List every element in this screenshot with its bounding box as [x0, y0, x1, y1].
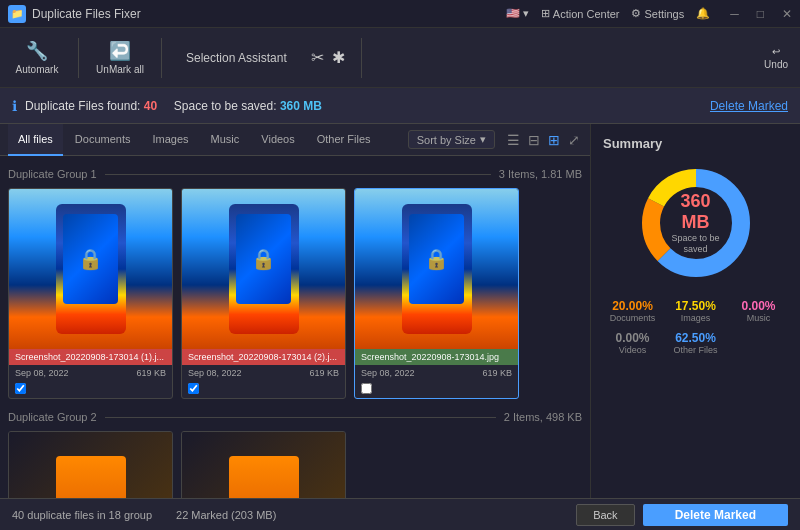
group-1-item-3[interactable]: 🔒 Screenshot_20220908-173014.jpg Sep 08,…: [354, 188, 519, 399]
right-panel: Summary 360 MB Space to besaved: [590, 124, 800, 498]
toolbar: 🔧 Automark ↩️ UnMark all Selection Assis…: [0, 28, 800, 88]
lock-icon-3: 🔒: [424, 247, 449, 271]
stat-music: 0.00% Music: [729, 299, 788, 323]
thumb-meta-2: Sep 08, 2022 619 KB: [182, 365, 345, 381]
stat-documents-name: Documents: [603, 313, 662, 323]
stat-music-pct: 0.00%: [729, 299, 788, 313]
info-icon: ℹ: [12, 98, 17, 114]
sort-button[interactable]: Sort by Size ▾: [408, 130, 495, 149]
toolbar-divider-3: [361, 38, 362, 78]
undo-button[interactable]: ↩ Undo: [764, 46, 788, 70]
selection-icon-buttons: ✂ ✱: [311, 48, 345, 67]
stats-grid: 20.00% Documents 17.50% Images 0.00% Mus…: [603, 299, 788, 355]
notification-button[interactable]: 🔔: [696, 7, 710, 20]
topright-controls: 🇺🇸 ▾ ⊞ Action Center ⚙ Settings 🔔 ─ □ ✕: [506, 7, 792, 21]
phone-screen-3: 🔒: [409, 214, 464, 304]
tab-music[interactable]: Music: [201, 124, 250, 156]
group-2-item-1[interactable]: 🦌 Photo Manager...: [8, 431, 173, 498]
group-2-info: 2 Items, 498 KB: [504, 411, 582, 423]
close-button[interactable]: ✕: [782, 7, 792, 21]
maximize-button[interactable]: □: [757, 7, 764, 21]
phone-mockup-2: 🔒: [229, 204, 299, 334]
selection-icon-1[interactable]: ✂: [311, 48, 324, 67]
bottom-bar: 40 duplicate files in 18 group 22 Marked…: [0, 498, 800, 530]
thumb-checkbox-3[interactable]: [355, 381, 518, 398]
thumb-check-input-2[interactable]: [188, 383, 199, 394]
group-1-grid: 🔒 Screenshot_20220908-173014 (1).j... Se…: [8, 188, 582, 399]
tab-other-files[interactable]: Other Files: [307, 124, 381, 156]
group-1-item-1[interactable]: 🔒 Screenshot_20220908-173014 (1).j... Se…: [8, 188, 173, 399]
settings-button[interactable]: ⚙ Settings: [631, 7, 684, 20]
stat-music-name: Music: [729, 313, 788, 323]
phone-mockup-1: 🔒: [56, 204, 126, 334]
thumb-meta-1: Sep 08, 2022 619 KB: [9, 365, 172, 381]
thumb-label-3: Screenshot_20220908-173014.jpg: [355, 349, 518, 365]
tab-videos[interactable]: Videos: [251, 124, 304, 156]
status-right: 22 Marked (203 MB): [176, 509, 276, 521]
status-left: 40 duplicate files in 18 group: [12, 509, 152, 521]
thumb-img-1: 🔒: [9, 189, 172, 349]
toolbar-divider-1: [78, 38, 79, 78]
unmark-icon: ↩️: [109, 40, 131, 62]
donut-space-value: 360 MB: [666, 191, 726, 233]
stat-images: 17.50% Images: [666, 299, 725, 323]
flag-button[interactable]: 🇺🇸 ▾: [506, 7, 529, 20]
group-2-grid: 🦌 Photo Manager... 🦌 Photo Ma: [8, 431, 582, 498]
thumb-size-1: 619 KB: [136, 368, 166, 378]
delete-marked-button[interactable]: Delete Marked: [643, 504, 788, 526]
app-icon: 📁: [8, 5, 26, 23]
thumb-checkbox-2[interactable]: [182, 381, 345, 398]
stat-other-files: 62.50% Other Files: [666, 331, 725, 355]
thumb-check-input-1[interactable]: [15, 383, 26, 394]
tab-images[interactable]: Images: [142, 124, 198, 156]
thumb-date-1: Sep 08, 2022: [15, 368, 69, 378]
thumb-img-g2-1: 🦌: [9, 432, 172, 498]
donut-space-label: Space to besaved: [666, 233, 726, 255]
back-button[interactable]: Back: [576, 504, 634, 526]
group-1-info: 3 Items, 1.81 MB: [499, 168, 582, 180]
thumb-img-3: 🔒: [355, 189, 518, 349]
thumb-checkbox-1[interactable]: [9, 381, 172, 398]
group-1-header: Duplicate Group 1 3 Items, 1.81 MB: [8, 168, 582, 180]
group-2-title: Duplicate Group 2: [8, 411, 97, 423]
duplicate-count-label: Duplicate Files found: 40 Space to be sa…: [25, 99, 322, 113]
thumb-img-2: 🔒: [182, 189, 345, 349]
summary-title: Summary: [603, 136, 662, 151]
thumb-check-input-3[interactable]: [361, 383, 372, 394]
donut-chart: 360 MB Space to besaved: [636, 163, 756, 283]
tab-documents[interactable]: Documents: [65, 124, 141, 156]
delete-marked-link[interactable]: Delete Marked: [710, 99, 788, 113]
group-1-line: [105, 174, 491, 175]
selection-icon-2[interactable]: ✱: [332, 48, 345, 67]
infobar: ℹ Duplicate Files found: 40 Space to be …: [0, 88, 800, 124]
detail-view-button[interactable]: ⊟: [526, 130, 542, 150]
group-2-item-2[interactable]: 🦌 Photo Manager...: [181, 431, 346, 498]
expand-view-button[interactable]: ⤢: [566, 130, 582, 150]
action-center-button[interactable]: ⊞ Action Center: [541, 7, 620, 20]
left-panel: All files Documents Images Music Videos …: [0, 124, 590, 498]
group-2-header: Duplicate Group 2 2 Items, 498 KB: [8, 411, 582, 423]
selection-assistant-label: Selection Assistant: [186, 51, 287, 65]
undo-icon: ↩: [772, 46, 780, 57]
stat-other-name: Other Files: [666, 345, 725, 355]
tab-all-files[interactable]: All files: [8, 124, 63, 156]
deer-mockup-2: 🦌: [229, 456, 299, 498]
view-buttons: ☰ ⊟ ⊞ ⤢: [505, 130, 582, 150]
thumb-meta-3: Sep 08, 2022 619 KB: [355, 365, 518, 381]
deer-mockup-1: 🦌: [56, 456, 126, 498]
unmark-all-button[interactable]: ↩️ UnMark all: [95, 40, 145, 75]
group-1-title: Duplicate Group 1: [8, 168, 97, 180]
minimize-button[interactable]: ─: [730, 7, 739, 21]
automark-button[interactable]: 🔧 Automark: [12, 40, 62, 75]
thumb-date-3: Sep 08, 2022: [361, 368, 415, 378]
grid-view-button[interactable]: ⊞: [546, 130, 562, 150]
tab-bar: All files Documents Images Music Videos …: [0, 124, 590, 156]
thumb-img-g2-2: 🦌: [182, 432, 345, 498]
stat-videos-name: Videos: [603, 345, 662, 355]
thumb-size-2: 619 KB: [309, 368, 339, 378]
list-view-button[interactable]: ☰: [505, 130, 522, 150]
group-1-item-2[interactable]: 🔒 Screenshot_20220908-173014 (2).j... Se…: [181, 188, 346, 399]
stat-videos-pct: 0.00%: [603, 331, 662, 345]
lock-icon-2: 🔒: [251, 247, 276, 271]
scroll-area[interactable]: Duplicate Group 1 3 Items, 1.81 MB 🔒 Scr…: [0, 156, 590, 498]
